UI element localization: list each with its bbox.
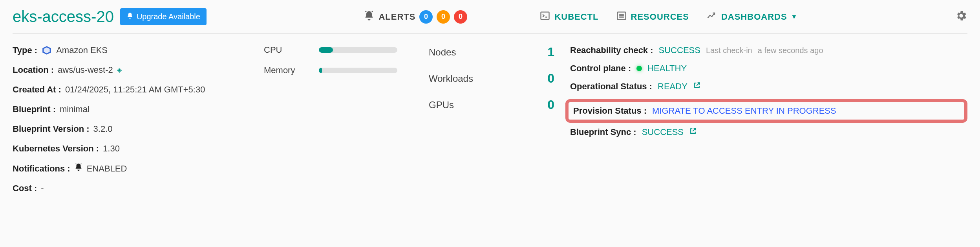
provision-label: Provision Status : xyxy=(573,105,647,116)
notifications-label: Notifications : xyxy=(13,163,70,174)
bell-icon xyxy=(126,12,133,21)
stats-column: Nodes 1 Workloads 0 GPUs 0 xyxy=(429,45,554,203)
cpu-meter xyxy=(319,47,397,53)
upgrade-available-button[interactable]: Upgrade Available xyxy=(120,8,207,25)
notifications-value: ENABLED xyxy=(87,163,127,174)
meters-column: CPU Memory xyxy=(264,45,413,203)
blueprint-sync-label: Blueprint Sync : xyxy=(570,127,636,138)
alert-warn-badge[interactable]: 0 xyxy=(437,10,450,24)
list-icon xyxy=(616,10,627,24)
blueprint-sync-value: SUCCESS xyxy=(642,127,684,138)
memory-meter xyxy=(319,68,397,73)
location-row: Location : aws/us-west-2 ◈ xyxy=(13,65,248,76)
memory-meter-fill xyxy=(319,68,322,73)
popout-icon[interactable] xyxy=(693,81,701,92)
created-label: Created At : xyxy=(13,84,61,95)
type-value: Amazon EKS xyxy=(56,45,108,56)
kubectl-link[interactable]: KUBECTL xyxy=(539,10,598,24)
cpu-meter-fill xyxy=(319,47,333,53)
popout-icon[interactable] xyxy=(689,127,697,138)
provision-value[interactable]: MIGRATE TO ACCESS ENTRY IN PROGRESS xyxy=(652,105,836,116)
dashboards-dropdown[interactable]: DASHBOARDS ▼ xyxy=(706,10,798,24)
type-row: Type : Amazon EKS xyxy=(13,45,248,56)
alert-bell-icon xyxy=(364,10,375,24)
blueprint-value: minimal xyxy=(60,104,90,115)
cost-row: Cost : - xyxy=(13,183,248,194)
cost-value: - xyxy=(41,183,44,194)
reachability-row: Reachability check : SUCCESS Last check-… xyxy=(570,45,967,56)
provision-status-highlight: Provision Status : MIGRATE TO ACCESS ENT… xyxy=(565,99,967,123)
alerts-label: ALERTS xyxy=(378,12,415,22)
page-header: eks-access-20 Upgrade Available ALERTS 0… xyxy=(13,8,967,34)
notifications-row: Notifications : ENABLED xyxy=(13,163,248,174)
alert-crit-badge[interactable]: 0 xyxy=(454,10,467,24)
content-columns: Type : Amazon EKS Location : aws/us-west… xyxy=(13,34,967,203)
operational-label: Operational Status : xyxy=(570,81,652,92)
upgrade-label: Upgrade Available xyxy=(137,12,200,21)
control-plane-row: Control plane : HEALTHY xyxy=(570,63,967,74)
nodes-label: Nodes xyxy=(429,47,456,58)
last-checkin-label: Last check-in xyxy=(706,45,752,56)
blueprint-label: Blueprint : xyxy=(13,104,56,115)
blueprint-sync-row: Blueprint Sync : SUCCESS xyxy=(570,127,967,138)
resources-link[interactable]: RESOURCES xyxy=(616,10,689,24)
blueprint-version-value: 3.2.0 xyxy=(93,124,113,135)
control-plane-label: Control plane : xyxy=(570,63,631,74)
gpus-stat: GPUs 0 xyxy=(429,98,554,112)
gpus-value[interactable]: 0 xyxy=(547,98,554,112)
location-label: Location : xyxy=(13,65,54,76)
svg-rect-0 xyxy=(541,12,549,19)
k8s-version-value: 1.30 xyxy=(103,143,120,154)
reachability-label: Reachability check : xyxy=(570,45,653,56)
location-value: aws/us-west-2 xyxy=(58,65,113,76)
terminal-icon xyxy=(539,10,550,24)
settings-button[interactable] xyxy=(955,9,967,24)
last-checkin-value: a few seconds ago xyxy=(758,45,823,56)
chevron-down-icon: ▼ xyxy=(791,13,798,20)
location-status-icon: ◈ xyxy=(117,65,122,76)
created-value: 01/24/2025, 11:25:21 AM GMT+5:30 xyxy=(65,84,205,95)
operational-status-row: Operational Status : READY xyxy=(570,81,967,92)
cluster-name: eks-access-20 xyxy=(13,8,114,26)
control-plane-value: HEALTHY xyxy=(647,63,687,74)
nodes-stat: Nodes 1 xyxy=(429,45,554,59)
eks-icon xyxy=(41,45,52,56)
reachability-value: SUCCESS xyxy=(659,45,700,56)
chart-icon xyxy=(706,10,717,24)
memory-meter-row: Memory xyxy=(264,65,413,76)
notifications-bell-icon xyxy=(74,163,83,174)
provision-status-row: Provision Status : MIGRATE TO ACCESS ENT… xyxy=(573,105,960,116)
type-label: Type : xyxy=(13,45,37,56)
gpus-label: GPUs xyxy=(429,100,454,111)
workloads-stat: Workloads 0 xyxy=(429,71,554,86)
alert-info-badge[interactable]: 0 xyxy=(419,10,433,24)
k8s-version-label: Kubernetes Version : xyxy=(13,143,99,154)
blueprint-version-row: Blueprint Version : 3.2.0 xyxy=(13,124,248,135)
workloads-value[interactable]: 0 xyxy=(547,71,554,86)
cost-label: Cost : xyxy=(13,183,37,194)
nodes-value[interactable]: 1 xyxy=(547,45,554,59)
details-column: Type : Amazon EKS Location : aws/us-west… xyxy=(13,45,248,203)
status-dot-icon xyxy=(636,66,642,71)
memory-label: Memory xyxy=(264,65,319,76)
blueprint-version-label: Blueprint Version : xyxy=(13,124,90,135)
operational-value: READY xyxy=(658,81,687,92)
alerts-group[interactable]: ALERTS 0 0 0 xyxy=(364,10,467,24)
blueprint-row: Blueprint : minimal xyxy=(13,104,248,115)
workloads-label: Workloads xyxy=(429,73,473,84)
cpu-label: CPU xyxy=(264,45,319,55)
k8s-version-row: Kubernetes Version : 1.30 xyxy=(13,143,248,154)
cpu-meter-row: CPU xyxy=(264,45,413,55)
created-row: Created At : 01/24/2025, 11:25:21 AM GMT… xyxy=(13,84,248,95)
status-column: Reachability check : SUCCESS Last check-… xyxy=(570,45,967,203)
